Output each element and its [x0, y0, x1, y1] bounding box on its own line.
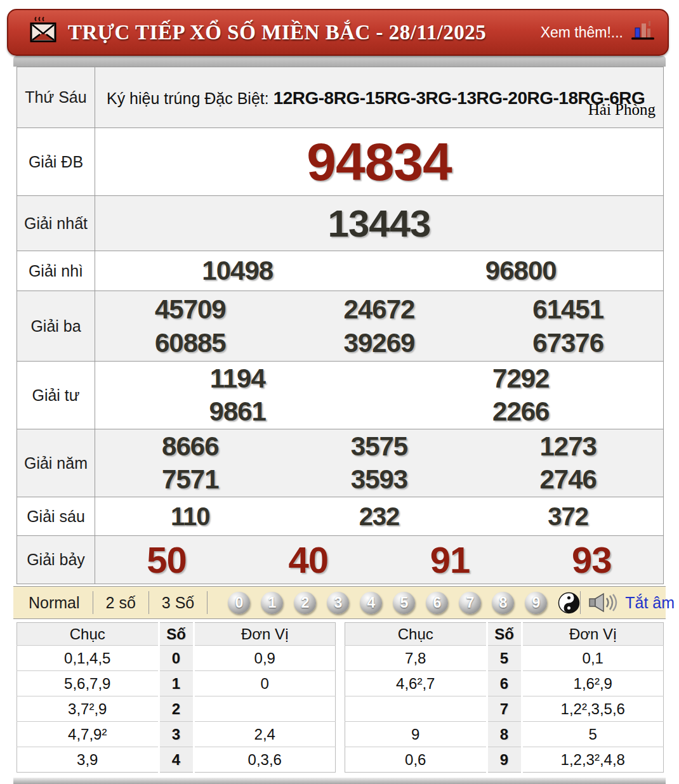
yin-yang-icon[interactable]	[558, 592, 580, 614]
so-cell: 5	[487, 646, 522, 671]
so-cell: 7	[487, 696, 522, 722]
prize-number: 110	[96, 502, 285, 531]
chuc-cell: 3,9	[17, 747, 159, 773]
prize-number: 3575	[285, 431, 474, 462]
prize-number: 232	[285, 502, 474, 531]
stats-row: 3,7²,92	[17, 696, 336, 722]
prize-values: 8666 3575 1273 7571 3593 2746	[95, 429, 664, 497]
prize-values: 13443	[95, 196, 664, 251]
prize-values: 45709 24672 61451 60885 39269 67376	[95, 291, 664, 362]
prize-number: 13443	[96, 202, 663, 245]
prize-values: 50 40 91 93	[95, 536, 664, 584]
stats-row: 3,940,3,6	[17, 747, 336, 773]
ball-8[interactable]: 8	[492, 592, 514, 614]
prize-label: Giải ĐB	[17, 128, 95, 196]
stats-header-row: Chục Số Đơn Vị	[345, 623, 664, 646]
mode-2so[interactable]: 2 số	[93, 594, 148, 612]
col-chuc: Chục	[345, 623, 487, 646]
stats-table-right: Chục Số Đơn Vị 7,850,1 4,6²,761,6²,9 71,…	[345, 622, 664, 773]
prize-number: 2746	[473, 464, 663, 495]
chuc-cell: 4,6²,7	[345, 671, 487, 696]
ball-6[interactable]: 6	[426, 592, 448, 614]
chuc-cell: 9	[345, 722, 487, 747]
mute-button[interactable]: Tắt âm	[625, 594, 675, 612]
donvi-cell: 0,1	[522, 646, 664, 671]
prize-number: 10498	[96, 256, 379, 286]
header-bar: TRỰC TIẾP XỔ SỐ MIỀN BẮC - 28/11/2025 Xe…	[7, 9, 669, 56]
chuc-cell: 3,7²,9	[17, 696, 159, 722]
symbol-label: Ký hiệu trúng Đặc Biệt:	[107, 89, 274, 107]
see-more-link[interactable]: Xem thêm!...	[541, 24, 623, 41]
stats-row: 71,2²,3,5,6	[345, 696, 664, 722]
so-cell: 0	[159, 646, 194, 671]
chuc-cell	[345, 696, 487, 722]
chuc-cell: 5,6,7,9	[17, 671, 159, 696]
chuc-cell: 4,7,9²	[17, 722, 159, 747]
col-so: Số	[487, 623, 522, 646]
stats-row: 985	[345, 722, 664, 747]
prize-number: 40	[237, 539, 379, 581]
prize-label: Giải tư	[17, 362, 95, 429]
prize-values: 94834	[95, 128, 664, 196]
ball-9[interactable]: 9	[525, 592, 547, 614]
prize-number: 8666	[96, 431, 285, 462]
stats-row: 4,6²,761,6²,9	[345, 671, 664, 696]
prize-row-5: Giải năm 8666 3575 1273 7571 3593 2746	[17, 429, 664, 497]
prize-number: 7292	[379, 363, 663, 394]
prize-number: 94834	[96, 131, 663, 193]
donvi-cell: 0,9	[194, 646, 336, 671]
speaker-icon[interactable]	[588, 592, 617, 613]
prize-number: 372	[473, 502, 663, 531]
ball-3[interactable]: 3	[327, 592, 349, 614]
divider	[580, 591, 581, 614]
stats-row: 0,691,2,3²,4,8	[345, 747, 664, 773]
chuc-cell: 0,6	[345, 747, 487, 773]
ball-1[interactable]: 1	[261, 592, 283, 614]
ball-2[interactable]: 2	[294, 592, 316, 614]
so-cell: 4	[159, 747, 194, 773]
so-cell: 1	[159, 671, 194, 696]
prize-row-db: Giải ĐB 94834	[17, 128, 664, 196]
mode-normal[interactable]: Normal	[22, 594, 93, 612]
mode-3so[interactable]: 3 Số	[149, 594, 207, 612]
results-table: Thứ Sáu Ký hiệu trúng Đặc Biệt: 12RG-8RG…	[16, 67, 664, 584]
prize-row-4: Giải tư 1194 7292 9861 2266	[17, 362, 664, 429]
stats-row: 0,1,4,500,9	[17, 646, 336, 671]
donvi-cell: 1,6²,9	[522, 671, 664, 696]
toolbar: Normal 2 số 3 Số 0 1 2 3 4 5 6 7 8 9	[13, 586, 666, 619]
bar-chart-icon[interactable]	[630, 20, 656, 45]
prize-number: 9861	[96, 396, 379, 427]
prize-number: 50	[96, 539, 237, 581]
prize-label: Giải nhất	[17, 196, 95, 251]
ball-7[interactable]: 7	[459, 592, 481, 614]
ball-4[interactable]: 4	[360, 592, 382, 614]
so-cell: 2	[159, 696, 194, 722]
prize-number: 7571	[96, 464, 285, 495]
so-cell: 3	[159, 722, 194, 747]
lottery-widget: TRỰC TIẾP XỔ SỐ MIỀN BẮC - 28/11/2025 Xe…	[0, 0, 679, 784]
prize-number: 91	[379, 539, 521, 581]
frame-top-strip	[13, 56, 666, 67]
number-balls: 0 1 2 3 4 5 6 7 8 9	[228, 592, 580, 614]
ball-5[interactable]: 5	[393, 592, 415, 614]
stats-row: 4,7,9²32,4	[17, 722, 336, 747]
prize-number: 67376	[473, 328, 663, 358]
prize-number: 2266	[379, 396, 663, 427]
donvi-cell: 1,2²,3,5,6	[522, 696, 664, 722]
prize-label: Giải bảy	[17, 536, 95, 584]
prize-row-2: Giải nhì 10498 96800	[17, 251, 664, 291]
prize-number: 24672	[285, 294, 474, 325]
prize-number: 1273	[473, 431, 663, 462]
prize-number: 39269	[285, 328, 474, 358]
donvi-cell	[194, 696, 336, 722]
donvi-cell: 1,2,3²,4,8	[522, 747, 664, 773]
prize-row-6: Giải sáu 110 232 372	[17, 497, 664, 536]
info-row: Thứ Sáu Ký hiệu trúng Đặc Biệt: 12RG-8RG…	[17, 67, 664, 128]
donvi-cell: 5	[522, 722, 664, 747]
donvi-cell: 0,3,6	[194, 747, 336, 773]
prize-number: 3593	[285, 464, 474, 495]
weekday-label: Thứ Sáu	[17, 67, 95, 128]
stats-header-row: Chục Số Đơn Vị	[17, 623, 336, 646]
ball-0[interactable]: 0	[228, 592, 250, 614]
divider	[207, 591, 208, 614]
